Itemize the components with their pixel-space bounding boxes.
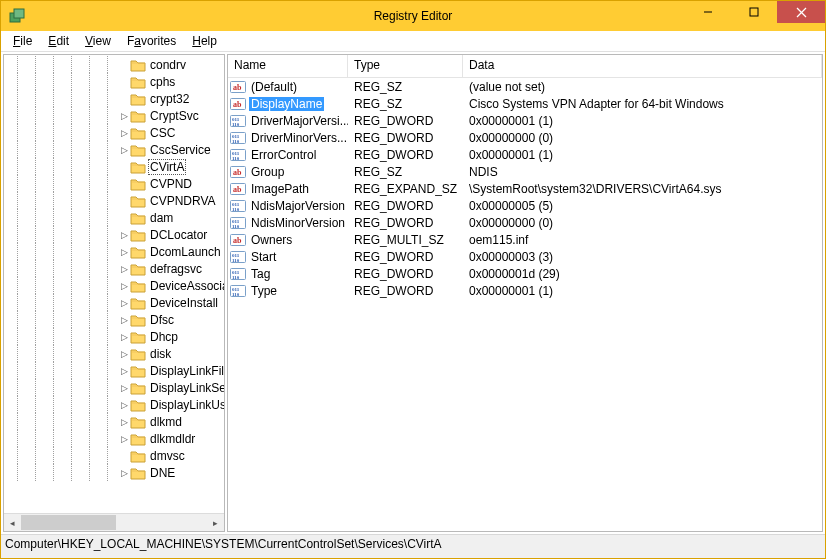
value-row[interactable]: (Default)REG_SZ(value not set) xyxy=(228,78,822,95)
tree-item[interactable]: ▷DisplayLinkUsbPort xyxy=(4,396,224,413)
tree-expander-icon[interactable]: ▷ xyxy=(118,349,130,359)
value-type-cell: REG_DWORD xyxy=(348,131,463,145)
value-row[interactable]: DisplayNameREG_SZCisco Systems VPN Adapt… xyxy=(228,95,822,112)
tree-item[interactable]: ▷Dfsc xyxy=(4,311,224,328)
folder-icon xyxy=(130,398,146,412)
string-value-icon xyxy=(230,181,246,197)
tree-expander-icon[interactable]: ▷ xyxy=(118,145,130,155)
tree-scroll[interactable]: condrvcphscrypt32▷CryptSvc▷CSC▷CscServic… xyxy=(4,55,224,513)
value-row[interactable]: NdisMinorVersionREG_DWORD0x00000000 (0) xyxy=(228,214,822,231)
folder-icon xyxy=(130,262,146,276)
tree-expander-icon[interactable]: ▷ xyxy=(118,366,130,376)
tree-item[interactable]: CVPND xyxy=(4,175,224,192)
tree-item[interactable]: dmvsc xyxy=(4,447,224,464)
column-header-name[interactable]: Name xyxy=(228,55,348,78)
value-row[interactable]: DriverMinorVers...REG_DWORD0x00000000 (0… xyxy=(228,129,822,146)
value-row[interactable]: DriverMajorVersi...REG_DWORD0x00000001 (… xyxy=(228,112,822,129)
tree-item[interactable]: dam xyxy=(4,209,224,226)
tree-item[interactable]: ▷CryptSvc xyxy=(4,107,224,124)
value-row[interactable]: GroupREG_SZNDIS xyxy=(228,163,822,180)
tree-expander-icon[interactable]: ▷ xyxy=(118,434,130,444)
tree-item[interactable]: ▷dlkmdldr xyxy=(4,430,224,447)
value-name-cell: NdisMinorVersion xyxy=(228,215,348,231)
menu-edit[interactable]: Edit xyxy=(40,33,77,49)
tree-item[interactable]: ▷DeviceAssociationService xyxy=(4,277,224,294)
value-row[interactable]: TypeREG_DWORD0x00000001 (1) xyxy=(228,282,822,299)
column-header-type[interactable]: Type xyxy=(348,55,463,78)
tree-item[interactable]: ▷DcomLaunch xyxy=(4,243,224,260)
menu-favorites[interactable]: Favorites xyxy=(119,33,184,49)
column-header-data[interactable]: Data xyxy=(463,55,822,78)
folder-icon xyxy=(130,143,146,157)
tree-item-label: CVPNDRVA xyxy=(148,194,218,208)
menu-help[interactable]: Help xyxy=(184,33,225,49)
tree-expander-icon[interactable]: ▷ xyxy=(118,111,130,121)
tree-item[interactable]: ▷CscService xyxy=(4,141,224,158)
value-data-cell: (value not set) xyxy=(463,80,822,94)
tree-expander-icon[interactable]: ▷ xyxy=(118,468,130,478)
binary-value-icon xyxy=(230,130,246,146)
value-row[interactable]: OwnersREG_MULTI_SZoem115.inf xyxy=(228,231,822,248)
tree-item[interactable]: ▷CSC xyxy=(4,124,224,141)
tree-item-label: CVPND xyxy=(148,177,194,191)
tree-expander-icon[interactable]: ▷ xyxy=(118,247,130,257)
scroll-right-arrow-icon[interactable]: ▸ xyxy=(207,514,224,531)
titlebar[interactable]: Registry Editor xyxy=(1,1,825,31)
value-data-cell: 0x00000001 (1) xyxy=(463,114,822,128)
tree-item[interactable]: ▷disk xyxy=(4,345,224,362)
tree-item[interactable]: ▷defragsvc xyxy=(4,260,224,277)
tree-item[interactable]: ▷DeviceInstall xyxy=(4,294,224,311)
tree-expander-icon[interactable]: ▷ xyxy=(118,332,130,342)
tree-item[interactable]: CVirtA xyxy=(4,158,224,175)
value-name-text: Type xyxy=(249,284,279,298)
value-type-cell: REG_MULTI_SZ xyxy=(348,233,463,247)
tree-item[interactable]: condrv xyxy=(4,56,224,73)
value-name-cell: DriverMajorVersi... xyxy=(228,113,348,129)
tree-expander-icon[interactable]: ▷ xyxy=(118,264,130,274)
tree-expander-icon[interactable]: ▷ xyxy=(118,417,130,427)
tree-item[interactable]: ▷Dhcp xyxy=(4,328,224,345)
scroll-thumb[interactable] xyxy=(21,515,116,530)
value-row[interactable]: ImagePathREG_EXPAND_SZ\SystemRoot\system… xyxy=(228,180,822,197)
maximize-button[interactable] xyxy=(731,1,777,23)
tree-item[interactable]: ▷DCLocator xyxy=(4,226,224,243)
tree-item[interactable]: CVPNDRVA xyxy=(4,192,224,209)
close-button[interactable] xyxy=(777,1,825,23)
folder-icon xyxy=(130,415,146,429)
tree-expander-icon[interactable]: ▷ xyxy=(118,315,130,325)
value-type-cell: REG_DWORD xyxy=(348,250,463,264)
value-row[interactable]: NdisMajorVersionREG_DWORD0x00000005 (5) xyxy=(228,197,822,214)
tree-expander-icon[interactable]: ▷ xyxy=(118,400,130,410)
minimize-button[interactable] xyxy=(685,1,731,23)
tree-expander-icon[interactable]: ▷ xyxy=(118,230,130,240)
tree-horizontal-scrollbar[interactable]: ◂ ▸ xyxy=(4,513,224,531)
tree-item-label: CscService xyxy=(148,143,213,157)
tree-expander-icon[interactable]: ▷ xyxy=(118,383,130,393)
value-row[interactable]: StartREG_DWORD0x00000003 (3) xyxy=(228,248,822,265)
string-value-icon xyxy=(230,79,246,95)
tree-item[interactable]: ▷DisplayLinkService xyxy=(4,379,224,396)
tree-item[interactable]: ▷dlkmd xyxy=(4,413,224,430)
tree-item[interactable]: ▷DNE xyxy=(4,464,224,481)
value-row[interactable]: TagREG_DWORD0x0000001d (29) xyxy=(228,265,822,282)
values-header: Name Type Data xyxy=(228,55,822,78)
value-name-text: DriverMajorVersi... xyxy=(249,114,348,128)
value-name-text: DriverMinorVers... xyxy=(249,131,348,145)
tree-expander-icon[interactable]: ▷ xyxy=(118,281,130,291)
registry-editor-window: Registry Editor File Edit View Favorites… xyxy=(0,0,826,559)
values-list[interactable]: (Default)REG_SZ(value not set)DisplayNam… xyxy=(228,78,822,531)
tree-expander-icon[interactable]: ▷ xyxy=(118,128,130,138)
value-row[interactable]: ErrorControlREG_DWORD0x00000001 (1) xyxy=(228,146,822,163)
folder-icon xyxy=(130,245,146,259)
menu-view[interactable]: View xyxy=(77,33,119,49)
tree-expander-icon[interactable]: ▷ xyxy=(118,298,130,308)
tree-item[interactable]: ▷DisplayLinkFilter xyxy=(4,362,224,379)
tree-item[interactable]: cphs xyxy=(4,73,224,90)
folder-icon xyxy=(130,313,146,327)
scroll-left-arrow-icon[interactable]: ◂ xyxy=(4,514,21,531)
value-name-text: ImagePath xyxy=(249,182,311,196)
value-name-cell: ErrorControl xyxy=(228,147,348,163)
tree-item-label: DeviceAssociationService xyxy=(148,279,224,293)
tree-item[interactable]: crypt32 xyxy=(4,90,224,107)
menu-file[interactable]: File xyxy=(5,33,40,49)
